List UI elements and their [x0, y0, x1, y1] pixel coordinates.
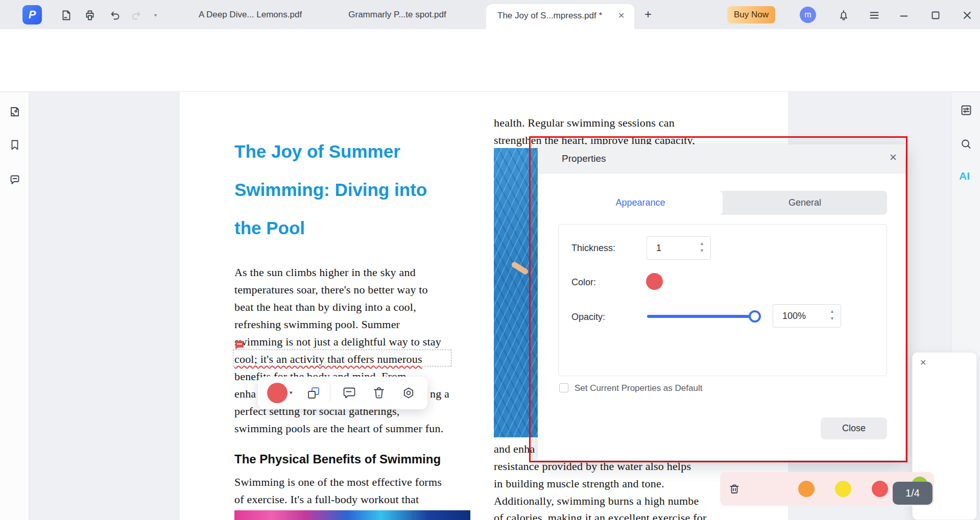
dialog-tab-bar: Appearance General [558, 191, 887, 215]
document-tab-2[interactable]: Grammarly P...te spot.pdf [331, 10, 464, 20]
doc-text-line: Additionally, swimming burns a high numb… [494, 494, 699, 508]
color-swatch[interactable] [646, 273, 663, 290]
color-caret-icon[interactable]: ▾ [290, 389, 293, 396]
minimize-icon[interactable] [898, 9, 910, 23]
new-tab-icon[interactable]: + [644, 7, 652, 21]
doc-text-line: of exercise. It's a full-body workout th… [234, 493, 419, 506]
doc-title-line: the Pool [234, 218, 305, 238]
annotation-color-bar: 1/4 [720, 472, 934, 506]
doc-text-line: in building muscle strength and tone. [494, 477, 664, 490]
orange-swatch[interactable] [798, 481, 815, 497]
left-sidebar [0, 92, 29, 520]
pool-party-image [234, 510, 470, 520]
color-label: Color: [571, 277, 596, 288]
doc-text-line: health. Regular swimming sessions can [494, 116, 675, 130]
document-tab-active[interactable]: The Joy of S...mpress.pdf * ✕ [486, 4, 634, 29]
trash-icon[interactable] [728, 482, 741, 498]
annotated-text-line[interactable]: cool; it's an activity that offers numer… [234, 353, 422, 366]
swimmer-arm [511, 261, 529, 275]
comment-icon[interactable] [341, 385, 357, 403]
red-swatch[interactable] [872, 481, 888, 497]
popup-close-icon[interactable]: ✕ [920, 359, 926, 367]
thumbnails-panel-icon[interactable] [8, 105, 21, 120]
save-icon[interactable] [60, 9, 73, 23]
doc-text-line: of calories, making it an excellent exer… [494, 511, 706, 520]
search-icon[interactable] [960, 138, 973, 153]
properties-gear-icon[interactable] [400, 385, 417, 403]
doc-text-line: Swimming is one of the most effective fo… [234, 476, 442, 489]
active-tab-label: The Joy of S...mpress.pdf * [497, 11, 602, 21]
history-caret-icon[interactable]: ▾ [154, 12, 157, 18]
doc-heading: The Physical Benefits of Swimming [234, 452, 441, 466]
copy-icon[interactable] [305, 385, 322, 403]
comment-flag-icon[interactable] [234, 340, 245, 350]
opacity-slider-track[interactable] [647, 315, 760, 318]
title-bar: P ▾ A Deep Dive... Lemons.pdf Grammarly … [0, 0, 980, 29]
annotation-color-swatch[interactable] [267, 383, 288, 403]
thickness-value: 1 [656, 243, 661, 254]
thickness-label: Thickness: [571, 243, 615, 254]
doc-title-line: Swimming: Diving into [234, 180, 427, 200]
document-tab-1[interactable]: A Deep Dive... Lemons.pdf [186, 10, 314, 20]
tab-general[interactable]: General [723, 191, 887, 215]
properties-dialog: Properties ✕ Appearance General Thicknes… [538, 144, 905, 460]
close-button[interactable]: Close [821, 417, 887, 439]
thickness-stepper[interactable]: ▲▼ [700, 240, 704, 254]
annotation-toolbar: T T T [0, 61, 980, 92]
main-menu-icon[interactable] [868, 9, 880, 23]
yellow-swatch[interactable] [835, 481, 851, 497]
pdf-editor-window: P ▾ A Deep Dive... Lemons.pdf Grammarly … [0, 0, 980, 520]
doc-text-line: temperatures soar, there's no better way… [234, 283, 428, 296]
divider [330, 385, 330, 401]
opacity-value: 100% [782, 311, 806, 321]
page-indicator-badge: 1/4 [893, 482, 933, 505]
doc-text-line: refreshing swimming pool. Summer [234, 318, 400, 331]
tab-close-icon[interactable]: ✕ [618, 12, 625, 20]
doc-title-line: The Joy of Summer [234, 141, 400, 162]
doc-text-line: beat the heat than by diving into a cool… [234, 301, 416, 314]
dialog-close-icon[interactable]: ✕ [889, 154, 897, 162]
doc-text-line: As the sun climbs higher in the sky and [234, 266, 416, 279]
avatar[interactable]: m [800, 7, 816, 23]
set-default-label: Set Current Properties as Default [575, 383, 702, 393]
ai-assistant-icon[interactable]: AI [959, 170, 970, 182]
dialog-title: Properties [562, 153, 606, 164]
dialog-header[interactable]: Properties ✕ [538, 144, 905, 174]
print-icon[interactable] [84, 9, 96, 23]
comments-panel-icon[interactable] [8, 173, 21, 188]
doc-text-fragment: enha [234, 387, 256, 401]
redo-icon[interactable] [131, 9, 143, 23]
notifications-bell-icon[interactable] [838, 9, 850, 23]
properties-panel-icon[interactable] [960, 104, 973, 119]
bookmarks-panel-icon[interactable] [8, 138, 21, 154]
app-logo-icon[interactable]: P [22, 5, 42, 24]
opacity-slider-handle[interactable] [749, 310, 761, 323]
doc-text-line: swimming pools are the heart of summer f… [234, 422, 443, 435]
tab-appearance[interactable]: Appearance [558, 191, 723, 215]
opacity-label: Opacity: [571, 312, 605, 323]
undo-icon[interactable] [108, 9, 121, 23]
doc-text-line: swimming is not just a delightful way to… [234, 335, 441, 349]
buy-now-button[interactable]: Buy Now [727, 6, 775, 23]
thickness-input[interactable]: 1 ▲▼ [647, 236, 711, 260]
menu-bar: File 100% ▾ Home Comment Edit Convert Pa… [0, 29, 980, 61]
maximize-icon[interactable] [929, 9, 942, 23]
annotation-quick-toolbar: ▾ [258, 377, 427, 409]
opacity-stepper[interactable]: ▲▼ [830, 308, 834, 322]
set-default-checkbox[interactable] [559, 383, 568, 392]
doc-text-fragment: ng a [430, 387, 449, 401]
window-close-icon[interactable] [961, 9, 973, 23]
delete-trash-icon[interactable] [371, 385, 387, 403]
opacity-input[interactable]: 100% ▲▼ [773, 304, 841, 328]
